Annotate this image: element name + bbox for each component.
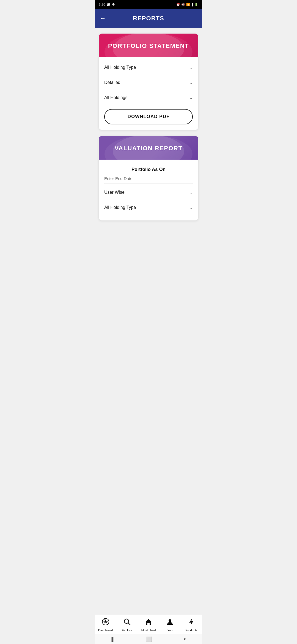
chevron-down-icon: ⌄ bbox=[189, 95, 193, 100]
portfolio-card-header: PORTFOLIO STATEMENT bbox=[99, 34, 198, 57]
photo-icon: 🖼 bbox=[107, 2, 110, 6]
status-bar: 3:36 🖼 ⊙ ⏰ 🔇 📶 ▐ 🔋 bbox=[95, 0, 202, 9]
download-pdf-button[interactable]: DOWNLOAD PDF bbox=[104, 109, 193, 124]
chevron-down-icon: ⌄ bbox=[189, 205, 193, 210]
chevron-down-icon: ⌄ bbox=[189, 65, 193, 70]
wifi-icon: 📶 bbox=[186, 3, 190, 6]
page-title: REPORTS bbox=[100, 15, 197, 22]
chevron-down-icon: ⌄ bbox=[189, 190, 193, 195]
valuation-card-body: Portfolio As On User Wise ⌄ All Holding … bbox=[99, 160, 198, 220]
status-right: ⏰ 🔇 📶 ▐ 🔋 bbox=[176, 3, 198, 6]
detailed-dropdown[interactable]: Detailed ⌄ bbox=[104, 75, 193, 90]
end-date-input[interactable] bbox=[104, 173, 193, 184]
portfolio-card-title: PORTFOLIO STATEMENT bbox=[104, 42, 193, 50]
main-content: PORTFOLIO STATEMENT All Holding Type ⌄ D… bbox=[95, 28, 202, 232]
status-left: 3:36 🖼 ⊙ bbox=[99, 2, 115, 6]
time: 3:36 bbox=[99, 2, 105, 6]
battery-icon: 🔋 bbox=[194, 3, 198, 6]
holding-type-dropdown[interactable]: All Holding Type ⌄ bbox=[104, 60, 193, 75]
valuation-holding-type-dropdown[interactable]: All Holding Type ⌄ bbox=[104, 200, 193, 215]
valuation-card-header: VALUATION REPORT bbox=[99, 136, 198, 160]
valuation-holding-type-label: All Holding Type bbox=[104, 205, 136, 210]
alarm-icon: ⏰ bbox=[176, 3, 180, 6]
portfolio-statement-card: PORTFOLIO STATEMENT All Holding Type ⌄ D… bbox=[99, 34, 198, 130]
all-holdings-dropdown[interactable]: All Holdings ⌄ bbox=[104, 90, 193, 105]
user-wise-dropdown[interactable]: User Wise ⌄ bbox=[104, 185, 193, 200]
all-holdings-label: All Holdings bbox=[104, 95, 127, 100]
chevron-down-icon: ⌄ bbox=[189, 80, 193, 85]
signal-icon: ▐ bbox=[191, 3, 193, 6]
valuation-card-title: VALUATION REPORT bbox=[104, 145, 193, 152]
mute-icon: 🔇 bbox=[181, 3, 185, 6]
back-button[interactable]: ← bbox=[100, 15, 106, 22]
holding-type-label: All Holding Type bbox=[104, 65, 136, 70]
detailed-label: Detailed bbox=[104, 80, 120, 85]
app-header: ← REPORTS bbox=[95, 9, 202, 28]
valuation-report-card: VALUATION REPORT Portfolio As On User Wi… bbox=[99, 136, 198, 220]
user-wise-label: User Wise bbox=[104, 190, 125, 195]
portfolio-card-body: All Holding Type ⌄ Detailed ⌄ All Holdin… bbox=[99, 57, 198, 130]
whatsapp-icon: ⊙ bbox=[112, 2, 115, 6]
portfolio-as-on-label: Portfolio As On bbox=[104, 162, 193, 173]
